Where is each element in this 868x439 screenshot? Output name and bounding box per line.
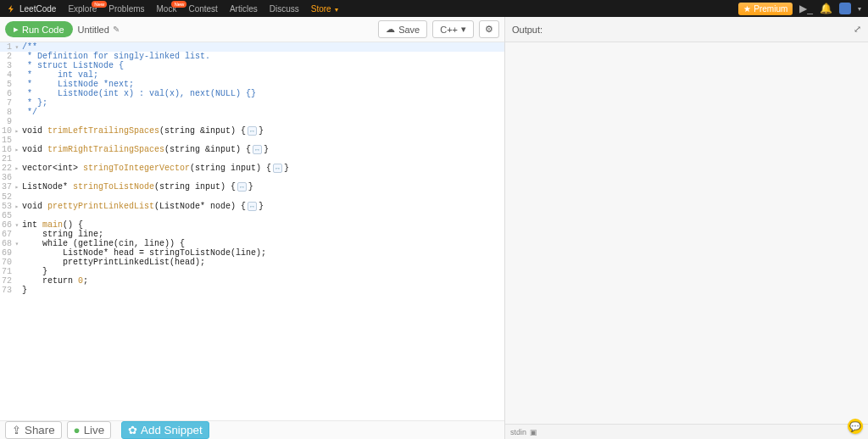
avatar[interactable] [839, 3, 851, 14]
code-content [20, 173, 22, 182]
user-caret-icon[interactable]: ▾ [858, 5, 861, 13]
fold-toggle-icon [14, 108, 20, 117]
output-footer: stdin ▣ [505, 424, 868, 439]
fold-toggle-icon[interactable]: ▸ [14, 202, 20, 211]
code-content: void trimRightTrailingSpaces(string &inp… [20, 145, 269, 154]
code-line[interactable]: 68▾ while (getline(cin, line)) { [0, 239, 504, 248]
fold-toggle-icon [14, 192, 20, 202]
line-number: 16 [0, 145, 14, 154]
code-line[interactable]: 70 prettyPrintLinkedList(head); [0, 258, 504, 267]
fold-toggle-icon[interactable]: ▸ [14, 126, 20, 136]
code-line[interactable]: 65 [0, 211, 504, 220]
code-line[interactable]: 36 [0, 173, 504, 182]
code-line[interactable]: 4 * int val; [0, 70, 504, 80]
fold-toggle-icon [14, 61, 20, 70]
file-title[interactable]: Untitled ✎ [78, 25, 120, 35]
code-line[interactable]: 8 */ [0, 108, 504, 117]
fold-toggle-icon[interactable]: ▾ [14, 220, 20, 230]
code-line[interactable]: 66▾int main() { [0, 220, 504, 230]
code-line[interactable]: 53▸void prettyPrintLinkedList(ListNode* … [0, 202, 504, 211]
expand-icon[interactable]: ⤢ [854, 24, 861, 35]
code-line[interactable]: 1▾/** [0, 42, 504, 52]
nav-link-articles[interactable]: Articles [230, 4, 258, 14]
run-code-button[interactable]: ▸ Run Code [5, 21, 73, 37]
line-number: 8 [0, 108, 14, 117]
fold-placeholder-icon[interactable]: ↔ [248, 126, 257, 136]
code-line[interactable]: 73} [0, 286, 504, 295]
code-line[interactable]: 5 * ListNode *next; [0, 80, 504, 89]
fold-placeholder-icon[interactable]: ↔ [237, 182, 247, 192]
add-snippet-button[interactable]: ✿ Add Snippet [121, 421, 209, 439]
code-content [20, 211, 22, 220]
fold-toggle-icon [14, 286, 20, 295]
playground-icon[interactable]: ▶_ [799, 3, 813, 14]
share-label: Share [25, 424, 55, 436]
fold-toggle-icon[interactable]: ▾ [14, 42, 20, 52]
code-content: return 0; [20, 276, 88, 286]
code-line[interactable]: 9 [0, 117, 504, 126]
settings-button[interactable]: ⚙ [479, 20, 499, 38]
nav-link-explore[interactable]: ExploreNew [68, 4, 97, 14]
nav-link-contest[interactable]: Contest [188, 4, 217, 14]
fold-toggle-icon [14, 230, 20, 239]
fold-toggle-icon[interactable]: ▾ [14, 239, 20, 248]
code-line[interactable]: 72 return 0; [0, 276, 504, 286]
code-line[interactable]: 15 [0, 136, 504, 145]
share-button[interactable]: ⇪ Share [5, 421, 62, 439]
code-line[interactable]: 10▸void trimLeftTrailingSpaces(string &i… [0, 126, 504, 136]
premium-button[interactable]: ★ Premium [738, 3, 793, 15]
code-line[interactable]: 69 ListNode* head = stringToListNode(lin… [0, 248, 504, 258]
code-line[interactable]: 16▸void trimRightTrailingSpaces(string &… [0, 145, 504, 154]
gear-icon: ✿ [128, 424, 137, 436]
code-content [20, 192, 22, 202]
save-button[interactable]: ☁ Save [378, 20, 427, 38]
fold-placeholder-icon[interactable]: ↔ [248, 202, 257, 211]
line-number: 66 [0, 220, 14, 230]
nav-link-store[interactable]: Store ▾ [311, 4, 338, 14]
stdin-label[interactable]: stdin [510, 428, 526, 436]
code-content: /** [20, 42, 37, 52]
language-select[interactable]: C++ ▾ [432, 20, 474, 38]
code-line[interactable]: 7 * }; [0, 98, 504, 108]
share-icon: ⇪ [12, 424, 21, 436]
fold-toggle-icon[interactable]: ▸ [14, 145, 20, 154]
code-content: while (getline(cin, line)) { [20, 239, 185, 248]
output-pane: Output: ⤢ stdin ▣ 💬 [505, 17, 868, 439]
nav-link-problems[interactable]: Problems [108, 4, 144, 14]
fold-toggle-icon [14, 136, 20, 145]
code-line[interactable]: 52 [0, 192, 504, 202]
code-line[interactable]: 2 * Definition for singly-linked list. [0, 52, 504, 61]
nav-link-mock[interactable]: MockNew [157, 4, 177, 14]
line-number: 2 [0, 52, 14, 61]
notifications-icon[interactable]: 🔔 [820, 3, 832, 14]
leetcode-logo-icon [7, 4, 16, 14]
brand-logo[interactable]: LeetCode [7, 4, 56, 14]
run-code-label: Run Code [22, 25, 64, 35]
nav-link-discuss[interactable]: Discuss [270, 4, 299, 14]
code-line[interactable]: 22▸vector<int> stringToIntegerVector(str… [0, 164, 504, 173]
fold-toggle-icon[interactable]: ▸ [14, 164, 20, 173]
help-bubble[interactable]: 💬 [848, 419, 863, 434]
line-number: 53 [0, 202, 14, 211]
chevron-down-icon: ▾ [333, 6, 338, 14]
stdin-expand-icon[interactable]: ▣ [530, 428, 537, 436]
file-title-text: Untitled [78, 25, 109, 35]
edit-title-icon[interactable]: ✎ [113, 25, 120, 34]
line-number: 21 [0, 154, 14, 164]
code-line[interactable]: 71 } [0, 267, 504, 276]
code-line[interactable]: 3 * struct ListNode { [0, 61, 504, 70]
fold-placeholder-icon[interactable]: ↔ [253, 145, 262, 154]
fold-toggle-icon [14, 117, 20, 126]
code-editor[interactable]: 1▾/**2 * Definition for singly-linked li… [0, 42, 504, 420]
play-icon: ▸ [14, 24, 19, 35]
fold-toggle-icon [14, 80, 20, 89]
fold-toggle-icon[interactable]: ▸ [14, 182, 20, 192]
live-button[interactable]: ● Live [67, 421, 112, 439]
code-line[interactable]: 67 string line; [0, 230, 504, 239]
fold-placeholder-icon[interactable]: ↔ [273, 164, 282, 173]
fold-toggle-icon [14, 276, 20, 286]
code-line[interactable]: 6 * ListNode(int x) : val(x), next(NULL)… [0, 89, 504, 98]
code-line[interactable]: 37▸ListNode* stringToListNode(string inp… [0, 182, 504, 192]
code-content: int main() { [20, 220, 83, 230]
code-line[interactable]: 21 [0, 154, 504, 164]
